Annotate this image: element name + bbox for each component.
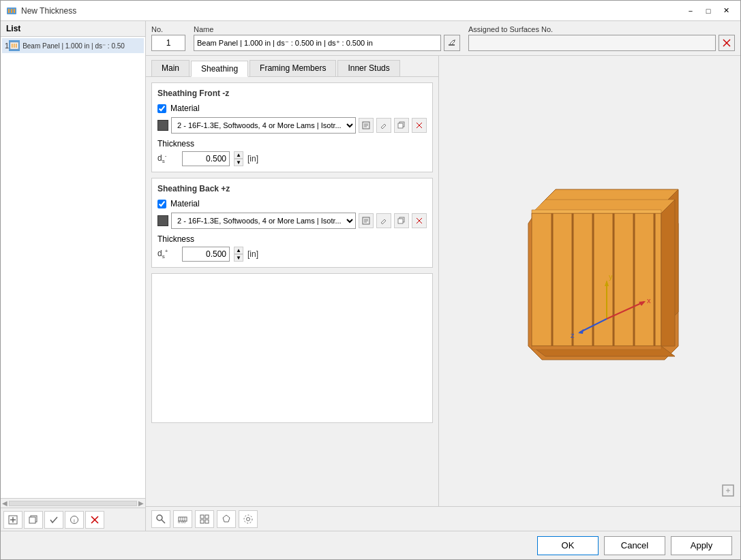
svg-rect-3 (14, 9, 15, 13)
name-input[interactable] (194, 35, 441, 51)
title-bar: New Thickness − □ ✕ (1, 1, 740, 21)
sheathing-front-unit: [in] (247, 154, 258, 164)
material-book-button-back[interactable] (359, 213, 374, 228)
svg-text:i: i (74, 518, 75, 524)
window-controls: − □ ✕ (682, 3, 735, 18)
sheathing-back-thickness-label: Thickness (157, 234, 427, 244)
svg-rect-73 (205, 520, 209, 523)
sheathing-back-spin-down[interactable]: ▼ (234, 254, 243, 262)
cancel-button[interactable]: Cancel (604, 536, 665, 555)
empty-section (151, 273, 433, 423)
footer: OK Cancel Apply (1, 531, 740, 559)
tab-inner-studs[interactable]: Inner Studs (337, 60, 399, 76)
sheathing-front-thickness-sub: ds- (157, 153, 178, 164)
sheathing-front-thickness-input[interactable] (182, 151, 230, 166)
ok-button[interactable]: OK (537, 536, 599, 555)
right-panel: No. Name (146, 21, 740, 531)
grid-button[interactable] (195, 510, 214, 528)
list-scrollbar[interactable]: ◀ ▶ (1, 498, 145, 508)
tab-framing[interactable]: Framing Members (249, 60, 336, 76)
sheathing-front-material-checkbox[interactable] (157, 104, 166, 113)
sheathing-back-material-row: Material (157, 199, 427, 208)
sheathing-back-title: Sheathing Back +z (157, 184, 427, 193)
svg-text:0.00: 0.00 (178, 520, 186, 524)
svg-rect-33 (398, 219, 403, 223)
maximize-button[interactable]: □ (699, 3, 717, 18)
svg-rect-5 (12, 44, 13, 48)
sheathing-front-spin-down[interactable]: ▼ (234, 159, 243, 166)
svg-rect-25 (398, 123, 403, 128)
material-copy-button[interactable] (394, 118, 409, 133)
svg-text:y: y (609, 273, 613, 281)
no-group: No. (151, 25, 185, 51)
sheathing-back-material-select-row: 2 - 16F-1.3E, Softwoods, 4 or More Lams … (157, 213, 427, 229)
scroll-left-icon: ◀ (2, 499, 7, 507)
list-item[interactable]: 1 Beam Panel | 1.000 in | ds⁻ : 0.50 (2, 38, 144, 53)
sheathing-back-material-checkbox[interactable] (157, 200, 166, 208)
form-content: Sheathing Front -z Material (146, 77, 438, 506)
list-header: List (1, 21, 145, 37)
form-panel: Main Sheathing Framing Members Inner Stu… (146, 56, 439, 506)
sheathing-back-spinner: ▲ ▼ (234, 247, 243, 262)
assigned-clear-button[interactable] (719, 35, 735, 51)
name-edit-button[interactable] (444, 35, 460, 51)
check-item-button[interactable] (44, 511, 63, 529)
sheathing-front-section: Sheathing Front -z Material (151, 82, 433, 172)
assigned-label: Assigned to Surfaces No. (468, 25, 735, 33)
minimize-button[interactable]: − (682, 3, 699, 18)
material-copy-button-back[interactable] (394, 213, 409, 228)
left-panel: List 1 Beam Panel | 1.000 in | ds⁻ : 0.5… (1, 21, 146, 531)
material-color-swatch-back (157, 215, 168, 226)
settings-button[interactable] (239, 510, 258, 528)
name-row (194, 35, 460, 51)
search-button[interactable] (151, 510, 170, 528)
svg-point-76 (244, 515, 252, 523)
assigned-input[interactable] (468, 35, 716, 51)
preview-zoom-icon[interactable] (721, 484, 735, 501)
sheathing-front-thickness-label: Thickness (157, 139, 427, 149)
tab-main[interactable]: Main (151, 60, 190, 76)
svg-text:z: z (571, 331, 575, 339)
svg-marker-74 (223, 515, 230, 522)
assigned-row (468, 35, 735, 51)
sheathing-front-title: Sheathing Front -z (157, 89, 427, 98)
svg-text:x: x (647, 296, 651, 305)
duplicate-item-button[interactable] (24, 511, 43, 529)
delete-item-button[interactable] (85, 511, 104, 529)
scrollbar-track[interactable] (9, 501, 137, 506)
assigned-group: Assigned to Surfaces No. (468, 25, 735, 51)
material-edit-button-back[interactable] (376, 213, 391, 228)
app-icon (6, 5, 17, 16)
material-delete-button[interactable] (412, 118, 427, 133)
title-text: New Thickness (21, 6, 682, 16)
sheathing-front-thickness-row: ds- ▲ ▼ [in] (157, 151, 427, 166)
sheathing-front-material-row: Material (157, 104, 427, 113)
material-delete-button-back[interactable] (412, 213, 427, 228)
sheathing-back-section: Sheathing Back +z Material 2 - 16F-1.3E, (151, 178, 433, 268)
svg-rect-6 (14, 44, 15, 48)
material-color-swatch (157, 120, 168, 131)
material-edit-button[interactable] (376, 118, 391, 133)
main-content: List 1 Beam Panel | 1.000 in | ds⁻ : 0.5… (1, 21, 740, 531)
tabs: Main Sheathing Framing Members Inner Stu… (146, 56, 438, 77)
material-book-button[interactable] (359, 118, 374, 133)
apply-button[interactable]: Apply (671, 536, 732, 555)
sheathing-back-material-select[interactable]: 2 - 16F-1.3E, Softwoods, 4 or More Lams … (171, 213, 356, 229)
svg-rect-7 (16, 44, 17, 48)
polygon-button[interactable] (217, 510, 236, 528)
list-item-label: Beam Panel | 1.000 in | ds⁻ : 0.50 (22, 42, 125, 50)
sheathing-back-thickness-row: ds+ ▲ ▼ [in] (157, 247, 427, 262)
add-item-button[interactable] (3, 511, 22, 529)
sheathing-front-spin-up[interactable]: ▲ (234, 151, 243, 159)
scroll-right-icon: ▶ (138, 499, 144, 507)
svg-rect-71 (205, 515, 209, 518)
close-button[interactable]: ✕ (717, 3, 735, 18)
sheathing-back-spin-up[interactable]: ▲ (234, 247, 243, 254)
tab-sheathing[interactable]: Sheathing (191, 61, 248, 77)
info-item-button[interactable]: i (65, 511, 84, 529)
sheathing-front-material-select[interactable]: 2 - 16F-1.3E, Softwoods, 4 or More Lams … (171, 117, 356, 134)
measure-button[interactable]: 0.00 (173, 510, 192, 528)
sheathing-back-thickness-input[interactable] (182, 247, 230, 262)
svg-rect-70 (200, 515, 204, 518)
no-input[interactable] (151, 35, 185, 51)
